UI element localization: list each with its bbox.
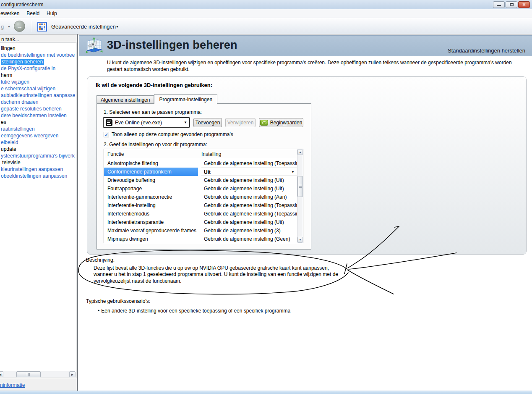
maximize-icon bbox=[510, 3, 514, 6]
usage-scenario-item: •Een andere 3D-instelling voor een speci… bbox=[98, 308, 290, 314]
table-row[interactable]: Interferentie-instellingGebruik de algem… bbox=[104, 201, 297, 210]
task-list-items: llingende beeldinstellingen met voorbeel… bbox=[0, 45, 75, 179]
sidebar-item[interactable]: stellingen beheren bbox=[0, 58, 75, 65]
maximize-button[interactable] bbox=[506, 1, 517, 8]
forward-button[interactable]: → bbox=[14, 21, 25, 32]
cell-instelling[interactable]: Gebruik de algemene instelling (Uit) bbox=[201, 218, 297, 226]
restore-defaults-link[interactable]: Standaardinstellingen herstellen bbox=[448, 47, 525, 54]
task-list: llingende beeldinstellingen met voorbeel… bbox=[0, 42, 76, 378]
sidebar-item[interactable]: e schermschaal wijzigen bbox=[0, 85, 75, 92]
show-only-found-programs-checkbox[interactable]: ✓ bbox=[104, 132, 109, 137]
scroll-right-button[interactable]: ▶ bbox=[69, 371, 76, 377]
cell-functie[interactable]: Interferentie-gammacorrectie bbox=[104, 193, 198, 201]
restore-defaults-button[interactable]: Beginwaarden bbox=[259, 118, 303, 127]
table-body: Anisotropische filteringGebruik de algem… bbox=[104, 159, 297, 243]
settings-table: Functie Instelling Anisotropische filter… bbox=[104, 149, 303, 243]
cell-instelling[interactable]: Gebruik de algemene instelling (Aan) bbox=[201, 193, 297, 201]
horizontal-scrollbar[interactable]: ◀ ▶ bbox=[0, 371, 76, 377]
menu-help[interactable]: Hulp bbox=[47, 10, 61, 17]
sidebar-item[interactable]: ysteemstuurprogramma's bijwerken bbox=[0, 152, 75, 159]
back-history-caret-icon[interactable]: ▼ bbox=[8, 25, 10, 28]
table-row[interactable]: Mipmaps dwingenGebruik de algemene inste… bbox=[104, 235, 297, 243]
step1-label: 1. Selecteer een aan te passen programma… bbox=[104, 109, 202, 115]
cell-functie[interactable]: Foutrapportage bbox=[104, 184, 198, 193]
cell-instelling-value: Gebruik de algemene instelling (Toepassi… bbox=[201, 160, 297, 166]
vertical-scrollbar[interactable]: ▲ ▼ bbox=[297, 149, 303, 243]
sidebar-item[interactable]: dscherm draaien bbox=[0, 99, 75, 105]
setting-combo-caret-icon[interactable]: ▼ bbox=[291, 168, 295, 176]
close-icon: × bbox=[519, 2, 529, 8]
scrollbar-thumb[interactable] bbox=[16, 371, 41, 377]
nvidia-logo-icon bbox=[260, 120, 268, 126]
close-button[interactable]: × bbox=[518, 1, 530, 8]
cell-instelling[interactable]: Gebruik de algemene instelling (Toepassi… bbox=[201, 159, 297, 168]
column-header-instelling: Instelling bbox=[201, 151, 221, 157]
advanced-settings-caret-icon[interactable]: ▼ bbox=[116, 25, 119, 28]
sidebar-item[interactable]: de beeldinstellingen met voorbeeld aar bbox=[0, 52, 75, 58]
scrollbar-thumb[interactable] bbox=[297, 176, 303, 197]
cell-functie[interactable]: Drievoudige buffering bbox=[104, 176, 198, 184]
toolbar: g ▼ → Geavanceerde instellingen ▼ bbox=[0, 18, 532, 34]
settings-panel: Ik wil de volgende 3D-instellingen gebru… bbox=[87, 76, 527, 255]
table-row[interactable]: Interferentie-gammacorrectieGebruik de a… bbox=[104, 193, 297, 201]
sidebar-item[interactable]: kleurinstellingen aanpassen bbox=[0, 166, 75, 173]
scroll-up-button[interactable]: ▲ bbox=[297, 149, 303, 155]
menu-view[interactable]: Beeld bbox=[26, 10, 43, 17]
cell-instelling[interactable]: Gebruik de algemene instelling (Uit) bbox=[201, 184, 297, 193]
system-information-link[interactable]: ninformatie bbox=[0, 382, 25, 388]
window-title: configuratiescherm bbox=[1, 2, 43, 8]
sidebar-item[interactable]: eemgegevens weergeven bbox=[0, 132, 75, 139]
cell-instelling-value: Gebruik de algemene instelling (Uit) bbox=[201, 186, 284, 192]
description-text: Deze lijst bevat alle 3D-functies die u … bbox=[94, 265, 345, 284]
combo-caret-icon: ▼ bbox=[184, 121, 187, 124]
table-row[interactable]: InterferentietransparantieGebruik de alg… bbox=[104, 218, 297, 226]
cell-functie[interactable]: Interferentietransparantie bbox=[104, 218, 198, 226]
sidebar-item[interactable]: lutie wijzigen bbox=[0, 79, 75, 85]
sidebar-item[interactable]: dere beeldschermen instellen bbox=[0, 112, 75, 119]
table-row-selected[interactable]: Conformerende patroonklemUit▼ bbox=[104, 168, 297, 176]
sidebar: n taak... llingende beeldinstellingen me… bbox=[0, 34, 78, 391]
table-row[interactable]: InterferentiemodusGebruik de algemene in… bbox=[104, 210, 297, 218]
sidebar-item[interactable]: elbeleid bbox=[0, 139, 75, 146]
sidebar-category: herm bbox=[0, 72, 75, 79]
scroll-down-button[interactable]: ▼ bbox=[297, 237, 303, 243]
3d-settings-icon bbox=[84, 37, 104, 56]
add-button[interactable]: Toevoegen bbox=[193, 118, 222, 127]
sidebar-item[interactable]: de PhysX-configuratie in bbox=[0, 65, 75, 72]
advanced-settings-dropdown[interactable]: Geavanceerde instellingen bbox=[51, 24, 116, 30]
title-bar: configuratiescherm × bbox=[0, 0, 532, 9]
cell-instelling[interactable]: Gebruik de algemene instelling (Toepassi… bbox=[201, 210, 297, 218]
cell-functie[interactable]: Mipmaps dwingen bbox=[104, 235, 198, 243]
tab-program-settings[interactable]: Programma-instellingen bbox=[154, 94, 217, 104]
window-controls: × bbox=[493, 1, 530, 8]
cell-instelling[interactable]: Gebruik de algemene instelling (Toepassi… bbox=[201, 201, 297, 210]
tab-general-settings[interactable]: Algemene instellingen bbox=[96, 95, 154, 104]
program-select-combo[interactable]: Eve Online (eve.exe) ▼ bbox=[103, 117, 190, 128]
cell-functie[interactable]: Conformerende patroonklem bbox=[104, 168, 198, 176]
settings-tabs: Algemene instellingen Programma-instelli… bbox=[96, 93, 217, 104]
step2-label: 2. Geef de instellingen op voor dit prog… bbox=[104, 142, 207, 147]
cell-functie[interactable]: Maximale vooraf geproduceerde frames bbox=[104, 226, 198, 235]
cell-instelling[interactable]: Gebruik de algemene instelling (Geen) bbox=[201, 235, 297, 243]
cell-functie[interactable]: Interferentie-instelling bbox=[104, 201, 198, 210]
cell-functie[interactable]: Anisotropische filtering bbox=[104, 159, 198, 168]
cell-instelling-value: Gebruik de algemene instelling (Uit) bbox=[201, 219, 284, 225]
back-button[interactable]: g bbox=[1, 24, 4, 30]
cell-instelling[interactable]: Gebruik de algemene instelling (3) bbox=[201, 226, 297, 235]
sidebar-item[interactable]: obeeldinstellingen aanpassen bbox=[0, 173, 75, 179]
sidebar-category: llingen bbox=[0, 45, 75, 52]
scroll-left-button[interactable]: ◀ bbox=[0, 371, 3, 377]
cell-functie[interactable]: Interferentiemodus bbox=[104, 210, 198, 218]
table-row[interactable]: Maximale vooraf geproduceerde framesGebr… bbox=[104, 226, 297, 235]
sidebar-item[interactable]: gepaste resoluties beheren bbox=[0, 105, 75, 112]
sidebar-item[interactable]: raatinstellingen bbox=[0, 126, 75, 132]
sidebar-item[interactable]: aubladkleurinstellingen aanpassen bbox=[0, 92, 75, 99]
cell-instelling[interactable]: Gebruik de algemene instelling (Uit) bbox=[201, 176, 297, 184]
table-row[interactable]: FoutrapportageGebruik de algemene instel… bbox=[104, 184, 297, 193]
table-row[interactable]: Anisotropische filteringGebruik de algem… bbox=[104, 159, 297, 168]
table-row[interactable]: Drievoudige bufferingGebruik de algemene… bbox=[104, 176, 297, 184]
cell-instelling-combo[interactable]: Uit▼ bbox=[201, 168, 297, 176]
minimize-button[interactable] bbox=[493, 1, 505, 8]
menu-edit[interactable]: ewerken bbox=[0, 10, 23, 17]
menu-bar: ewerken Beeld Hulp bbox=[0, 9, 532, 18]
